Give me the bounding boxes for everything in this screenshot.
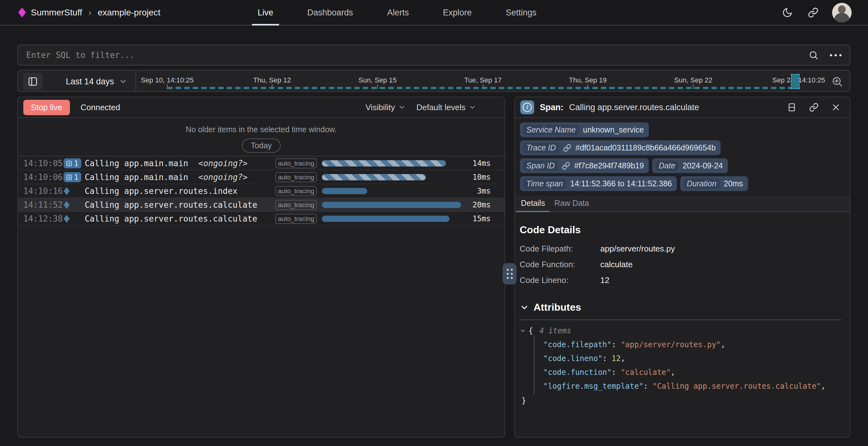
tab-explore[interactable]: Explore: [441, 0, 474, 26]
log-row-selected[interactable]: 14:11:52 Calling app.server.routes.calcu…: [18, 198, 504, 212]
timeline-tick-label: Tue, Sep 17: [464, 76, 502, 84]
zoom-in-icon[interactable]: [830, 74, 844, 89]
tag-auto-tracing[interactable]: auto_tracing: [275, 214, 317, 224]
log-row[interactable]: 14:12:38 Calling app.server.routes.calcu…: [18, 212, 504, 226]
collapsed-count-badge[interactable]: +1: [64, 172, 81, 182]
badge-time-span: Time span 14:11:52.366 to 14:11:52.386: [520, 176, 677, 191]
sql-filter-input[interactable]: [26, 50, 807, 60]
span-kind-label: Span:: [540, 103, 563, 113]
duration-bar: [322, 174, 426, 180]
log-row[interactable]: 14:10:06 +1 Calling app.main.main<ongoin…: [18, 170, 504, 184]
ongoing-label: <ongoing?>: [198, 170, 248, 184]
visibility-label: Visibility: [365, 103, 395, 113]
badge-value: 20ms: [724, 179, 743, 188]
badge-label: Trace ID: [523, 142, 559, 153]
json-items-count: 4 items: [539, 326, 571, 335]
log-message: Calling app.main.main: [85, 170, 188, 184]
tag-auto-tracing[interactable]: auto_tracing: [275, 172, 317, 182]
json-key: "code.function": [543, 368, 612, 377]
json-entry: "code.lineno": 12,: [543, 352, 841, 365]
panel-resize-handle[interactable]: [503, 263, 517, 285]
attributes-heading: Attributes: [533, 301, 581, 313]
timeline-axis[interactable]: Sep 10, 14:10:25 Thu, Sep 12 Sun, Sep 15…: [167, 70, 799, 91]
span-detail-header: i Span: Calling app.server.routes.calcul…: [515, 97, 850, 118]
stop-live-button[interactable]: Stop live: [23, 100, 70, 115]
badge-service-name: Service Name unknown_service: [520, 122, 649, 137]
timeline-activity-line: [167, 87, 800, 89]
visibility-dropdown[interactable]: Visibility: [365, 103, 405, 113]
badge-value: 2024-09-24: [682, 161, 723, 170]
theme-moon-icon[interactable]: [780, 6, 794, 20]
detail-tabs: Details Raw Data: [515, 195, 850, 212]
tab-raw-data[interactable]: Raw Data: [550, 195, 594, 212]
attributes-json-viewer: { 4 items "code.filepath": "app/server/r…: [520, 326, 841, 407]
badge-date: Date 2024-09-24: [652, 158, 728, 173]
more-options-icon[interactable]: [830, 54, 841, 56]
split-panel-icon[interactable]: [785, 100, 799, 114]
span-diamond-icon: [64, 187, 70, 195]
kv-value: calculate: [600, 260, 841, 269]
json-key: "code.filepath": [543, 340, 612, 349]
timeline-tick-label: Thu, Sep 19: [569, 76, 607, 84]
log-duration: 20ms: [450, 198, 491, 212]
span-diamond-icon: [64, 215, 70, 223]
log-row[interactable]: 14:10:05 +1 Calling app.main.main<ongoin…: [18, 156, 504, 170]
timeline-activity-spike: [791, 74, 800, 89]
badge-label: Duration: [683, 179, 720, 189]
code-details-grid: Code Filepath: app/server/routes.py Code…: [520, 244, 841, 285]
search-icon[interactable]: [807, 48, 820, 62]
tab-dashboards[interactable]: Dashboards: [306, 0, 355, 26]
breadcrumb-separator: ›: [87, 7, 93, 18]
empty-window-notice: No older items in the selected time wind…: [18, 118, 504, 156]
badge-value: #df01acad0311189c8b66a466d969654b: [576, 143, 716, 152]
json-value: "app/server/routes.py": [621, 340, 721, 349]
badge-value: 14:11:52.366 to 14:11:52.386: [570, 179, 672, 188]
user-avatar[interactable]: [832, 3, 851, 22]
empty-window-message: No older items in the selected time wind…: [18, 125, 504, 134]
tag-auto-tracing[interactable]: auto_tracing: [275, 186, 317, 196]
tag-auto-tracing[interactable]: auto_tracing: [275, 158, 317, 168]
sidebar-toggle-icon[interactable]: [23, 73, 42, 90]
copy-link-icon[interactable]: [807, 100, 821, 114]
divider: [135, 70, 136, 91]
log-duration: 14ms: [450, 156, 491, 170]
timeline-tick-label: Sep 10, 14:10:25: [141, 76, 194, 84]
org-name[interactable]: SummerStuff: [31, 7, 82, 18]
badge-trace-id[interactable]: Trace ID #df01acad0311189c8b66a466d96965…: [520, 140, 721, 155]
badge-value: #f7c8e294f7489b19: [574, 161, 644, 170]
span-diamond-icon: [64, 201, 70, 209]
json-key: "logfire.msg_template": [543, 382, 644, 391]
log-row[interactable]: 14:10:16 Calling app.server.routes.index…: [18, 184, 504, 198]
tab-live[interactable]: Live: [256, 0, 275, 26]
timeline-tick-label: Sun, Sep 22: [674, 76, 712, 84]
share-link-icon[interactable]: [806, 6, 820, 20]
close-icon[interactable]: [829, 100, 843, 114]
tag-auto-tracing[interactable]: auto_tracing: [275, 200, 317, 210]
log-time: 14:11:52: [23, 198, 63, 212]
tab-details[interactable]: Details: [516, 195, 550, 212]
collapse-chevron-icon[interactable]: [520, 328, 526, 334]
badge-span-id[interactable]: Span ID #f7c8e294f7489b19: [520, 158, 649, 173]
default-levels-dropdown[interactable]: Default levels: [416, 103, 476, 113]
json-key: "code.lineno": [543, 354, 602, 363]
json-entry: "code.function": "calculate",: [543, 365, 841, 379]
breadcrumb: SummerStuff › example-project: [0, 7, 160, 18]
today-button[interactable]: Today: [242, 138, 281, 153]
collapsed-count-badge[interactable]: +1: [64, 158, 81, 168]
detail-content: Code Details Code Filepath: app/server/r…: [515, 212, 850, 407]
chevron-down-icon: [469, 103, 476, 111]
chevron-down-icon: [119, 77, 127, 86]
time-range-dropdown[interactable]: Last 14 days: [66, 70, 127, 93]
json-value: 12: [612, 354, 621, 363]
tab-alerts[interactable]: Alerts: [385, 0, 411, 26]
sql-filter-bar: [17, 45, 850, 65]
kv-value: 12: [600, 276, 841, 285]
attributes-section-toggle[interactable]: Attributes: [520, 301, 841, 313]
project-name[interactable]: example-project: [98, 7, 160, 18]
connection-status: Connected: [81, 103, 120, 113]
log-duration: 15ms: [450, 212, 491, 226]
badge-label: Service Name: [523, 125, 579, 135]
span-detail-panel: i Span: Calling app.server.routes.calcul…: [514, 97, 850, 438]
tab-settings[interactable]: Settings: [504, 0, 538, 26]
json-entry: "logfire.msg_template": "Calling app.ser…: [543, 379, 841, 393]
